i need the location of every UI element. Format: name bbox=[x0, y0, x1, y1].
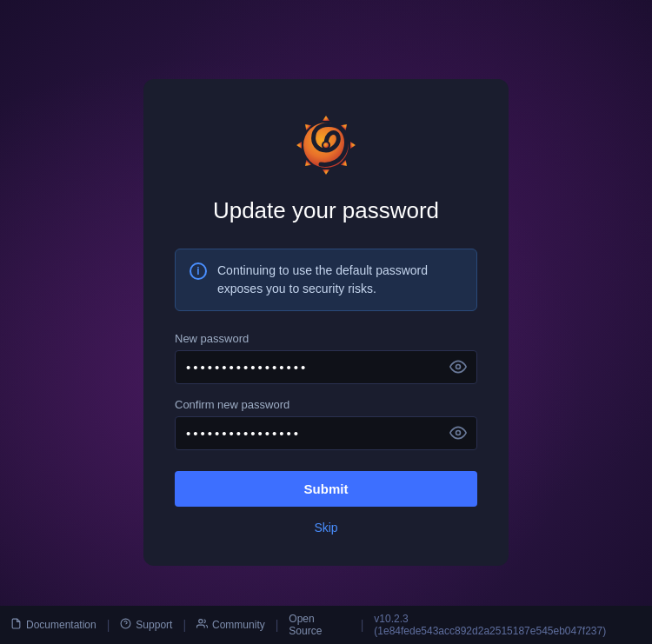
support-label: Support bbox=[136, 619, 172, 631]
new-password-label: New password bbox=[175, 332, 477, 345]
svg-point-4 bbox=[456, 431, 461, 435]
skip-button[interactable]: Skip bbox=[314, 521, 337, 534]
documentation-label: Documentation bbox=[26, 619, 96, 631]
community-icon bbox=[196, 618, 208, 632]
toggle-new-password-visibility[interactable] bbox=[448, 356, 469, 377]
confirm-password-field-group: Confirm new password bbox=[175, 398, 477, 450]
info-icon: i bbox=[190, 262, 207, 280]
svg-point-7 bbox=[199, 620, 203, 623]
footer: Documentation | Support | Community | Op… bbox=[0, 606, 652, 644]
documentation-icon bbox=[10, 618, 22, 632]
support-icon bbox=[120, 618, 131, 632]
open-source-label: Open Source bbox=[289, 613, 349, 637]
logo bbox=[295, 114, 357, 180]
new-password-field-group: New password bbox=[175, 332, 477, 384]
confirm-password-input[interactable] bbox=[175, 416, 477, 450]
community-link[interactable]: Community bbox=[186, 618, 276, 632]
svg-point-3 bbox=[456, 365, 461, 369]
info-message: Continuing to use the default password e… bbox=[217, 262, 462, 298]
update-password-card: Update your password i Continuing to use… bbox=[143, 79, 509, 566]
community-label: Community bbox=[212, 619, 265, 631]
submit-button[interactable]: Submit bbox=[175, 471, 477, 507]
documentation-link[interactable]: Documentation bbox=[0, 618, 107, 632]
new-password-input[interactable] bbox=[175, 350, 477, 384]
page-title: Update your password bbox=[213, 197, 439, 224]
open-source-link[interactable]: Open Source bbox=[278, 613, 360, 637]
svg-point-2 bbox=[323, 143, 329, 148]
support-link[interactable]: Support bbox=[110, 618, 183, 632]
confirm-password-input-wrap bbox=[175, 416, 477, 450]
toggle-confirm-password-visibility[interactable] bbox=[448, 422, 469, 443]
version-text: v10.2.3 (1e84fede543acc892d2a2515187e545… bbox=[363, 613, 652, 637]
info-box: i Continuing to use the default password… bbox=[175, 249, 477, 311]
confirm-password-label: Confirm new password bbox=[175, 398, 477, 411]
new-password-input-wrap bbox=[175, 350, 477, 384]
